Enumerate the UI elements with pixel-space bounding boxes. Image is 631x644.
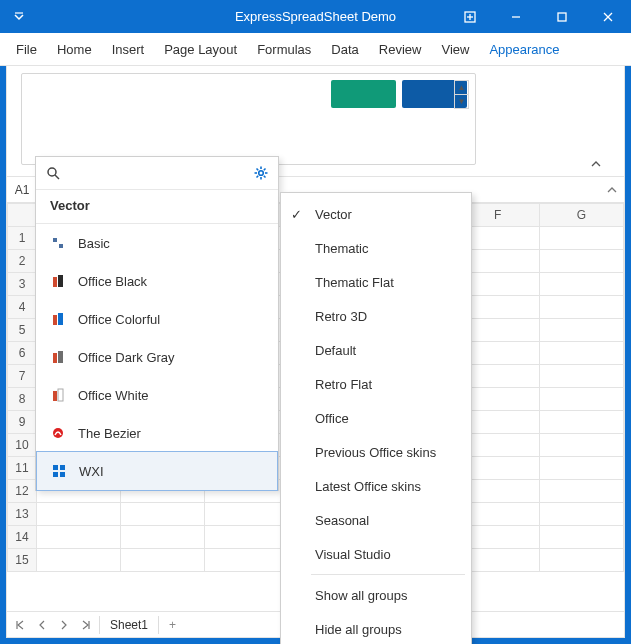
cell[interactable] <box>120 526 204 549</box>
cell[interactable] <box>540 342 624 365</box>
context-item-label: Hide all groups <box>315 622 402 637</box>
context-item-thematic-flat[interactable]: Thematic Flat <box>281 265 471 299</box>
context-item-hide-all-groups[interactable]: Hide all groups <box>281 612 471 644</box>
add-sheet-button[interactable]: + <box>163 616 182 634</box>
svg-rect-21 <box>53 277 57 287</box>
cell[interactable] <box>540 227 624 250</box>
column-header[interactable]: G <box>540 204 624 227</box>
cell[interactable] <box>37 526 121 549</box>
row-header[interactable]: 13 <box>8 503 37 526</box>
cell[interactable] <box>37 549 121 572</box>
menu-item-appearance[interactable]: Appearance <box>479 33 569 65</box>
context-item-visual-studio[interactable]: Visual Studio <box>281 537 471 571</box>
skin-item-office-black[interactable]: Office Black <box>36 262 278 300</box>
gallery-spin-down[interactable]: ▼ <box>455 95 468 108</box>
gear-icon[interactable] <box>254 166 268 180</box>
menu-item-formulas[interactable]: Formulas <box>247 33 321 65</box>
tab-nav-first[interactable] <box>11 616 29 634</box>
cell[interactable] <box>120 503 204 526</box>
cell[interactable] <box>540 411 624 434</box>
collapse-ribbon-icon[interactable] <box>590 158 602 170</box>
cell[interactable] <box>120 549 204 572</box>
context-item-latest-office-skins[interactable]: Latest Office skins <box>281 469 471 503</box>
sheet-tab[interactable]: Sheet1 <box>99 616 159 634</box>
cell[interactable] <box>540 480 624 503</box>
skin-item-office-colorful[interactable]: Office Colorful <box>36 300 278 338</box>
skin-item-wxi[interactable]: WXI <box>36 451 278 491</box>
gallery-spin-up[interactable]: ▲ <box>455 81 468 95</box>
restore-down-inner-button[interactable] <box>447 0 493 33</box>
row-header[interactable]: 14 <box>8 526 37 549</box>
row-header[interactable]: 7 <box>8 365 37 388</box>
skin-item-the-bezier[interactable]: The Bezier <box>36 414 278 452</box>
tab-nav-last[interactable] <box>77 616 95 634</box>
menu-item-review[interactable]: Review <box>369 33 432 65</box>
row-header[interactable]: 8 <box>8 388 37 411</box>
select-all-corner[interactable] <box>8 204 37 227</box>
skin-swatches <box>331 80 467 108</box>
menu-item-insert[interactable]: Insert <box>102 33 155 65</box>
context-item-show-all-groups[interactable]: Show all groups <box>281 578 471 612</box>
cell[interactable] <box>204 503 288 526</box>
cell[interactable] <box>540 457 624 480</box>
context-item-thematic[interactable]: Thematic <box>281 231 471 265</box>
row-header[interactable]: 2 <box>8 250 37 273</box>
row-header[interactable]: 10 <box>8 434 37 457</box>
maximize-button[interactable] <box>539 0 585 33</box>
ribbon-skin-gallery[interactable]: ▲ ▼ <box>21 73 476 165</box>
cell[interactable] <box>204 526 288 549</box>
svg-rect-25 <box>53 353 57 363</box>
office-colorful-icon <box>50 311 66 327</box>
cell[interactable] <box>540 434 624 457</box>
context-item-retro-3d[interactable]: Retro 3D <box>281 299 471 333</box>
row-header[interactable]: 4 <box>8 296 37 319</box>
row-header[interactable]: 12 <box>8 480 37 503</box>
context-item-seasonal[interactable]: Seasonal <box>281 503 471 537</box>
minimize-button[interactable] <box>493 0 539 33</box>
menu-item-data[interactable]: Data <box>321 33 368 65</box>
row-header[interactable]: 11 <box>8 457 37 480</box>
row-header[interactable]: 9 <box>8 411 37 434</box>
cell[interactable] <box>540 503 624 526</box>
cell[interactable] <box>540 365 624 388</box>
cell[interactable] <box>37 503 121 526</box>
close-button[interactable] <box>585 0 631 33</box>
tab-nav-next[interactable] <box>55 616 73 634</box>
quick-access-customize[interactable] <box>8 6 30 28</box>
context-item-office[interactable]: Office <box>281 401 471 435</box>
skin-item-office-white[interactable]: Office White <box>36 376 278 414</box>
context-item-default[interactable]: Default <box>281 333 471 367</box>
window-controls <box>447 0 631 33</box>
name-box[interactable]: A1 <box>7 177 38 202</box>
context-item-previous-office-skins[interactable]: Previous Office skins <box>281 435 471 469</box>
row-header[interactable]: 1 <box>8 227 37 250</box>
context-item-retro-flat[interactable]: Retro Flat <box>281 367 471 401</box>
swatch-teal[interactable] <box>331 80 396 108</box>
cell[interactable] <box>540 296 624 319</box>
svg-line-20 <box>257 176 259 178</box>
gallery-spin[interactable]: ▲ ▼ <box>454 80 469 109</box>
cell[interactable] <box>540 526 624 549</box>
cell[interactable] <box>540 388 624 411</box>
formula-expand-icon[interactable] <box>606 184 618 196</box>
menu-item-page-layout[interactable]: Page Layout <box>154 33 247 65</box>
context-item-vector[interactable]: ✓Vector <box>281 197 471 231</box>
basic-icon <box>50 235 66 251</box>
cell[interactable] <box>540 549 624 572</box>
skin-item-basic[interactable]: Basic <box>36 224 278 262</box>
skin-item-office-dark-gray[interactable]: Office Dark Gray <box>36 338 278 376</box>
row-header[interactable]: 3 <box>8 273 37 296</box>
cell[interactable] <box>540 273 624 296</box>
menu-item-home[interactable]: Home <box>47 33 102 65</box>
cell[interactable] <box>204 549 288 572</box>
tab-nav-prev[interactable] <box>33 616 51 634</box>
search-icon[interactable] <box>46 166 60 180</box>
cell[interactable] <box>540 250 624 273</box>
row-header[interactable]: 5 <box>8 319 37 342</box>
skin-item-label: Office Colorful <box>78 312 160 327</box>
menu-item-view[interactable]: View <box>431 33 479 65</box>
menu-item-file[interactable]: File <box>6 33 47 65</box>
cell[interactable] <box>540 319 624 342</box>
row-header[interactable]: 15 <box>8 549 37 572</box>
row-header[interactable]: 6 <box>8 342 37 365</box>
